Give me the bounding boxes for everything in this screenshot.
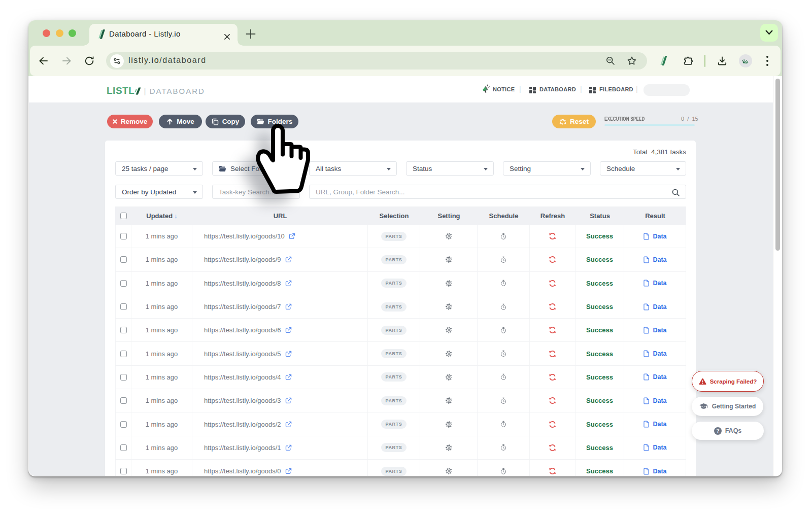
svg-text:?: ? [716, 428, 719, 434]
